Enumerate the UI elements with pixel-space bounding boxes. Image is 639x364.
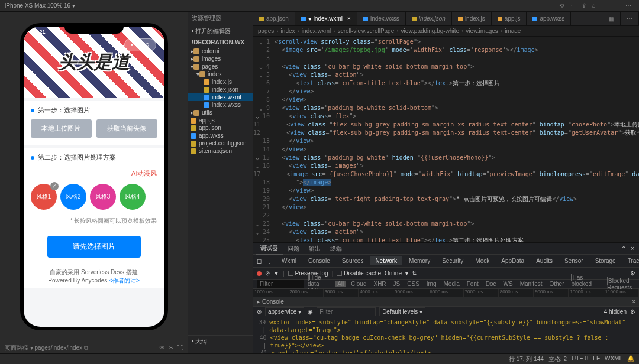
- editor-pane: app.json● index.wxml ×index.wxssindex.js…: [253, 12, 639, 353]
- capsule-button[interactable]: [124, 38, 156, 51]
- expand-icon[interactable]: ⛶: [177, 344, 183, 351]
- console-header[interactable]: Console: [262, 298, 284, 305]
- upload-button[interactable]: 本地上传图片: [31, 119, 92, 138]
- devtools-toolbar: ◻⋮WxmlConsoleSourcesNetworkMemorySecurit…: [253, 255, 639, 268]
- tree-sitemap.json[interactable]: sitemap.json: [188, 147, 253, 155]
- tree-utils[interactable]: ▸ utils: [188, 109, 253, 116]
- style-3[interactable]: 风格3: [90, 184, 116, 210]
- style-2[interactable]: 风格2: [60, 184, 86, 210]
- tree-app.js[interactable]: app.js: [188, 116, 253, 124]
- devtool-wxml[interactable]: Wxml: [277, 256, 301, 265]
- simulator-pane: 16:21 头头是道 第一步：选择图片 本地上传图片 获取当前头像: [0, 12, 188, 353]
- step2-label: 第二步：选择图片处理方案: [38, 153, 116, 162]
- footer-line1: 自豪的采用 Serverless Devs 搭建: [24, 268, 164, 277]
- eol[interactable]: LF: [593, 355, 600, 363]
- style-4[interactable]: 风格4: [120, 184, 146, 210]
- devtool-audits[interactable]: Audits: [531, 256, 557, 265]
- console-close-icon[interactable]: ×: [632, 298, 635, 305]
- back-icon[interactable]: ←: [570, 2, 576, 9]
- banner: 头头是道: [24, 27, 164, 98]
- filter-input[interactable]: [257, 280, 304, 288]
- tree-project.config.json[interactable]: project.config.json: [188, 139, 253, 147]
- banner-title: 头头是道: [59, 50, 130, 74]
- tree-pages[interactable]: ▾ pages: [188, 63, 253, 70]
- devtool-appdata[interactable]: AppData: [496, 256, 529, 265]
- context-select[interactable]: appservice ▾: [265, 307, 304, 316]
- tree-index.json[interactable]: index.json: [188, 86, 253, 93]
- tab-index.json[interactable]: index.json: [406, 12, 452, 25]
- tree-app.json[interactable]: app.json: [188, 124, 253, 132]
- rotate-icon[interactable]: ⟲: [559, 2, 564, 9]
- code-editor[interactable]: ⌄ 1<scroll-view scroll-y class="scrollPa…: [253, 37, 639, 242]
- devtools-panel-tabs: 调试器问题输出终端⌃×: [253, 243, 639, 255]
- tree-index.wxml[interactable]: index.wxml: [188, 93, 253, 101]
- record-icon[interactable]: [257, 271, 262, 276]
- page-path[interactable]: pages/index/index: [35, 344, 83, 351]
- devtool-trace[interactable]: Trace: [623, 256, 639, 265]
- breadcrumbs[interactable]: pages›index›index.wxml›scroll-view.scrol…: [253, 26, 639, 37]
- editor-tabs: app.json● index.wxml ×index.wxssindex.js…: [253, 12, 639, 26]
- cut-icon[interactable]: ✂: [169, 344, 173, 351]
- outline[interactable]: • 大纲: [188, 335, 253, 347]
- style-circles: 风格1✓ 风格2 风格3 风格4: [24, 180, 164, 213]
- home-icon[interactable]: ⌂: [592, 2, 596, 9]
- clear-icon[interactable]: ⊘: [265, 270, 270, 277]
- tree-colorui[interactable]: ▸ colorui: [188, 47, 253, 55]
- indent[interactable]: 空格: 2: [548, 355, 567, 363]
- console-output[interactable]: 39 | wx:for-index="substyle" bindtap="ch…: [253, 317, 639, 353]
- devtool-console[interactable]: Console: [304, 256, 335, 265]
- tree-index.js[interactable]: index.js: [188, 78, 253, 86]
- share-icon[interactable]: ⇪: [582, 2, 586, 9]
- explorer-title: 资源管理器: [188, 12, 253, 25]
- more-icon[interactable]: ⋯: [625, 2, 631, 9]
- device-label[interactable]: iPhone XS Max 100% 16 ▾: [5, 2, 75, 9]
- devtools: 调试器问题输出终端⌃× ◻⋮WxmlConsoleSourcesNetworkM…: [253, 242, 639, 353]
- select-photo-button[interactable]: 请先选择图片: [47, 236, 141, 258]
- tree-index.wxss[interactable]: index.wxss: [188, 101, 253, 109]
- console-settings-icon[interactable]: ⚙: [630, 308, 635, 315]
- devtool-network[interactable]: Network: [370, 256, 402, 265]
- console-clear-icon[interactable]: ⊘: [257, 308, 262, 315]
- project-root[interactable]: !DECORATION-WX: [188, 37, 253, 47]
- status-time: 16:21: [32, 29, 46, 35]
- style-label: AI动漫风: [131, 169, 157, 178]
- devtool-sources[interactable]: Sources: [337, 256, 369, 265]
- author-link[interactable]: <作者的话>: [109, 277, 140, 284]
- open-editors[interactable]: • 打开的编辑器: [188, 25, 253, 37]
- language[interactable]: WXML: [605, 355, 622, 363]
- devtool-storage[interactable]: Storage: [590, 256, 621, 265]
- filter-icon[interactable]: ▼: [273, 270, 279, 277]
- network-timeline[interactable]: 1000 ms2000 ms3000 ms4000 ms5000 ms6000 …: [253, 289, 639, 297]
- check-icon: ✓: [50, 182, 59, 190]
- levels-select[interactable]: Default levels ▾: [379, 307, 425, 316]
- tab-index.wxml[interactable]: ● index.wxml ×: [295, 12, 357, 25]
- tree-images[interactable]: ▸ images: [188, 55, 253, 63]
- step1-label: 第一步：选择图片: [38, 106, 90, 115]
- devtool-memory[interactable]: Memory: [404, 256, 435, 265]
- status-bar: 行 17, 列 144 空格: 2 UTF-8 LF WXML 🔔: [0, 353, 639, 364]
- settings-icon[interactable]: ⚙: [630, 270, 635, 277]
- top-menubar: iPhone XS Max 100% 16 ▾ ⟲ ← ⇪ ⌂ ⋯: [0, 0, 639, 12]
- tab-app.js[interactable]: app.js: [492, 12, 527, 25]
- devtool-security[interactable]: Security: [437, 256, 468, 265]
- footer-line2: Powered By Anycodes: [48, 277, 109, 284]
- encoding[interactable]: UTF-8: [572, 355, 588, 363]
- devtool-sensor[interactable]: Sensor: [560, 256, 588, 265]
- tab-index.js[interactable]: index.js: [452, 12, 492, 25]
- style-1[interactable]: 风格1✓: [31, 184, 57, 210]
- tab-app.json[interactable]: app.json: [253, 12, 295, 25]
- eye-icon[interactable]: ◉: [308, 308, 313, 315]
- devtool-mock[interactable]: Mock: [470, 256, 494, 265]
- tree-index[interactable]: ▾ index: [188, 70, 253, 78]
- bell-icon[interactable]: 🔔: [627, 355, 634, 363]
- tab-index.wxss[interactable]: index.wxss: [357, 12, 406, 25]
- style-hint: * 长按风格圆圈可以预览模板效果: [24, 213, 164, 229]
- tree-app.wxss[interactable]: app.wxss: [188, 132, 253, 139]
- avatar-button[interactable]: 获取当前头像: [96, 119, 157, 138]
- phone-frame: 16:21 头头是道 第一步：选择图片 本地上传图片 获取当前头像: [20, 23, 168, 330]
- console-filter[interactable]: [317, 307, 376, 316]
- cursor-pos[interactable]: 行 17, 列 144: [509, 355, 544, 363]
- eye-icon[interactable]: 👁: [159, 344, 165, 351]
- tab-app.wxss[interactable]: app.wxss: [527, 12, 571, 25]
- explorer-pane: 资源管理器 • 打开的编辑器 !DECORATION-WX ▸ colorui▸…: [188, 12, 253, 353]
